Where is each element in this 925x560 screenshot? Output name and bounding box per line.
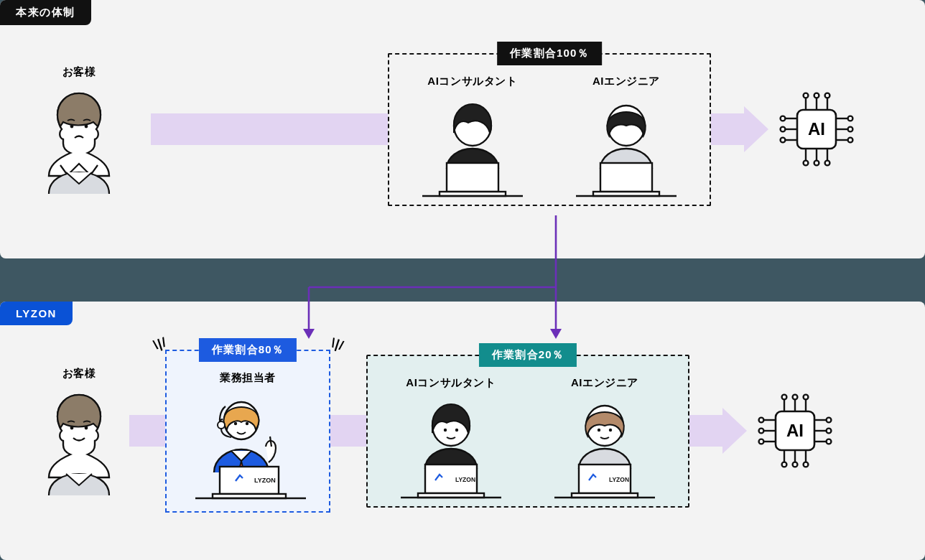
svg-point-31 (848, 116, 853, 121)
svg-point-1 (85, 124, 88, 128)
svg-text:LYZON: LYZON (455, 476, 475, 483)
svg-point-65 (793, 395, 798, 400)
svg-point-67 (804, 395, 809, 400)
top-customer-label: お客様 (62, 65, 96, 79)
flow-arrow-band (151, 113, 388, 145)
svg-point-71 (793, 462, 798, 467)
svg-point-17 (825, 93, 830, 98)
bottom-work-box: 作業割合20％ AIコンサルタント LYZON (366, 355, 689, 508)
top-work-box: 作業割合100％ AIコンサルタント AIエンジニア (388, 53, 711, 206)
top-customer: お客様 (29, 65, 129, 194)
svg-point-23 (825, 161, 830, 166)
svg-point-19 (804, 161, 809, 166)
bottom-box-badge: 作業割合20％ (479, 343, 577, 367)
operator-box: \ | / \ | / 作業割合80％ 業務担当者 (165, 350, 330, 513)
svg-point-21 (814, 161, 819, 166)
svg-point-33 (848, 127, 853, 132)
svg-point-41 (218, 421, 225, 429)
svg-point-25 (781, 116, 786, 121)
svg-point-40 (246, 421, 248, 424)
ai-chip-icon: AI (777, 90, 856, 169)
svg-point-73 (804, 462, 809, 467)
flow-arrow-band (330, 415, 366, 447)
svg-rect-7 (600, 163, 652, 192)
bottom-engineer-label: AIエンジニア (571, 376, 638, 390)
engineer2-icon: LYZON (547, 398, 662, 499)
consultant-icon (415, 97, 530, 197)
consultant2-icon: LYZON (394, 398, 508, 499)
ai-chip-icon: AI (756, 391, 835, 470)
top-box-badge: 作業割合100％ (497, 42, 602, 65)
flow-arrow-band (711, 113, 744, 145)
svg-point-37 (85, 426, 88, 429)
customer-icon (36, 86, 122, 194)
flow-arrow-band (689, 415, 722, 447)
svg-rect-3 (447, 163, 498, 192)
arrow-head-icon (722, 408, 747, 454)
svg-point-15 (814, 93, 819, 98)
top-ai-chip: AI (777, 90, 856, 169)
spark-icon: \ | / (152, 335, 167, 353)
svg-point-48 (455, 428, 458, 431)
engineer-icon (569, 97, 684, 197)
svg-point-55 (609, 428, 612, 431)
svg-point-39 (234, 421, 237, 424)
bottom-ai-chip: AI (756, 391, 835, 470)
spark-icon: \ | / (329, 335, 344, 353)
svg-point-81 (827, 418, 832, 423)
top-consultant: AIコンサルタント (408, 75, 537, 197)
svg-point-63 (782, 395, 787, 400)
svg-point-13 (804, 93, 809, 98)
svg-text:AI: AI (786, 421, 804, 440)
top-consultant-label: AIコンサルタント (427, 75, 517, 88)
svg-text:LYZON: LYZON (609, 476, 629, 483)
bottom-consultant-label: AIコンサルタント (406, 376, 496, 390)
svg-point-69 (782, 462, 787, 467)
bottom-panel: LYZON お客様 \ | / \ | / 作業割合80％ 業務担当者 (0, 302, 925, 560)
svg-point-77 (759, 429, 764, 434)
svg-point-85 (827, 439, 832, 444)
bottom-consultant: AIコンサルタント LYZON (386, 376, 516, 499)
svg-point-29 (781, 138, 786, 143)
svg-text:AI: AI (808, 119, 825, 139)
svg-point-54 (598, 428, 600, 431)
svg-text:LYZON: LYZON (254, 477, 276, 484)
arrow-head-icon (744, 106, 768, 152)
svg-point-83 (827, 429, 832, 434)
flow-arrow-band (129, 415, 165, 447)
svg-point-75 (759, 418, 764, 423)
svg-point-36 (70, 426, 74, 429)
bottom-engineer: AIエンジニア LYZON (540, 376, 669, 499)
svg-point-47 (444, 428, 447, 431)
top-panel: 本来の体制 お客様 作業割合100％ (0, 0, 925, 258)
bottom-customer: お客様 (29, 367, 129, 495)
svg-point-35 (848, 138, 853, 143)
svg-point-27 (781, 127, 786, 132)
svg-point-79 (759, 439, 764, 444)
operator-label: 業務担当者 (185, 371, 310, 385)
operator-box-badge: 作業割合80％ (199, 338, 297, 362)
bottom-customer-label: お客様 (62, 367, 96, 381)
svg-point-0 (70, 124, 74, 128)
customer-happy-icon (36, 388, 122, 495)
top-engineer: AIエンジニア (562, 75, 691, 197)
operator-icon: LYZON (185, 393, 315, 501)
top-engineer-label: AIエンジニア (592, 75, 660, 88)
